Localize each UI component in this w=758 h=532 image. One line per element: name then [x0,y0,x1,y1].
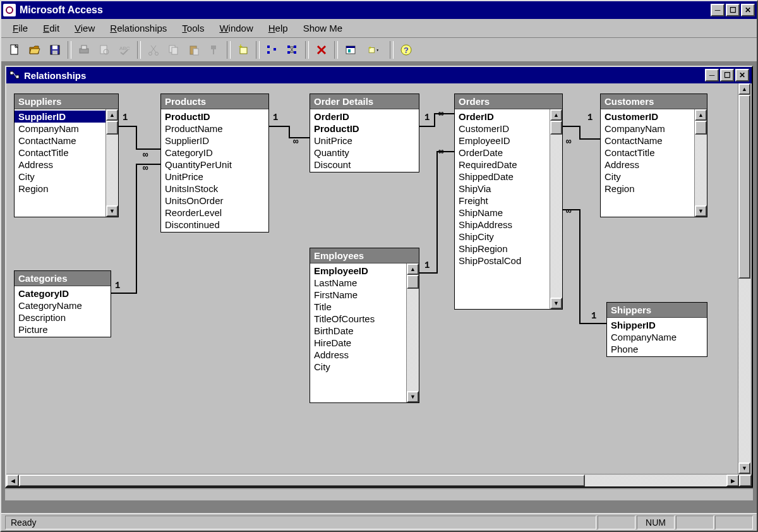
field-item[interactable]: ContactName [601,135,694,147]
new-icon[interactable] [5,40,24,59]
field-item[interactable]: Address [601,159,694,171]
field-item[interactable]: SupplierID [15,111,105,123]
field-item[interactable]: City [310,361,406,373]
maximize-button[interactable]: ☐ [726,4,740,16]
field-item[interactable]: UnitsInStock [161,183,268,195]
all-rel-icon[interactable] [283,40,302,59]
table-categories[interactable]: Categories CategoryIDCategoryNameDescrip… [14,270,111,337]
scrollbar[interactable]: ▲▼ [406,263,419,402]
close-button[interactable]: ✕ [741,4,755,16]
menu-relationships[interactable]: Relationships [104,21,173,35]
field-item[interactable]: Address [310,349,406,361]
field-item[interactable]: ShipRegion [455,243,550,255]
field-item[interactable]: CategoryID [161,147,268,159]
field-item[interactable]: ProductID [310,123,419,135]
spell-icon[interactable]: ABC [115,40,134,59]
minimize-button[interactable]: ─ [711,4,725,16]
table-header[interactable]: Order Details [310,94,419,109]
field-item[interactable]: QuantityPerUnit [161,159,268,171]
field-item[interactable]: Region [601,183,694,195]
menu-file[interactable]: File [6,21,34,35]
field-item[interactable]: CompanyNam [601,123,694,135]
field-item[interactable]: SupplierID [161,135,268,147]
direct-rel-icon[interactable] [263,40,282,59]
field-item[interactable]: Address [15,159,105,171]
field-item[interactable]: UnitPrice [161,171,268,183]
field-item[interactable]: CategoryName [15,299,111,311]
field-item[interactable]: Description [15,311,111,323]
field-item[interactable]: ContactTitle [15,147,105,159]
menu-window[interactable]: Window [213,21,259,35]
field-item[interactable]: ShipPostalCod [455,255,550,267]
menu-view[interactable]: View [68,21,101,35]
paste-icon[interactable] [184,40,203,59]
inner-hscrollbar[interactable]: ◀ ▶ [6,474,752,487]
field-item[interactable]: HireDate [310,337,406,349]
open-icon[interactable] [25,40,44,59]
menu-showme[interactable]: Show Me [297,21,349,35]
field-item[interactable]: EmployeeID [310,265,406,277]
table-header[interactable]: Products [161,94,268,109]
inner-vscrollbar[interactable]: ▲ ▼ [738,83,750,474]
copy-icon[interactable] [164,40,183,59]
table-header[interactable]: Shippers [607,303,707,318]
show-table-icon[interactable]: + [234,40,253,59]
field-item[interactable]: Region [15,183,105,195]
field-item[interactable]: UnitsOnOrder [161,195,268,207]
inner-minimize-button[interactable]: ─ [705,69,719,82]
preview-icon[interactable] [95,40,114,59]
field-item[interactable]: Freight [455,195,550,207]
new-object-icon[interactable]: ✦ [361,40,387,59]
field-item[interactable]: Quantity [310,147,419,159]
table-employees[interactable]: Employees EmployeeIDLastNameFirstNameTit… [310,248,419,403]
field-item[interactable]: LastName [310,277,406,289]
field-item[interactable]: City [15,171,105,183]
field-item[interactable]: Picture [15,323,111,336]
field-item[interactable]: RequiredDate [455,159,550,171]
db-window-icon[interactable] [341,40,360,59]
field-item[interactable]: ReorderLevel [161,207,268,219]
field-item[interactable]: ProductID [161,111,268,123]
field-item[interactable]: CompanyNam [15,123,105,135]
menu-edit[interactable]: Edit [37,21,66,35]
menu-help[interactable]: Help [262,21,294,35]
field-item[interactable]: ShipCity [455,231,550,243]
field-item[interactable]: Title [310,301,406,313]
field-item[interactable]: ShipperID [607,319,707,331]
format-painter-icon[interactable] [205,40,224,59]
field-item[interactable]: UnitPrice [310,135,419,147]
field-item[interactable]: Phone [607,343,707,355]
field-item[interactable]: EmployeeID [455,135,550,147]
table-header[interactable]: Customers [601,94,707,109]
field-item[interactable]: FirstName [310,289,406,301]
table-products[interactable]: Products ProductIDProductNameSupplierIDC… [160,94,269,233]
inner-maximize-button[interactable]: ☐ [720,69,734,82]
field-item[interactable]: TitleOfCourtes [310,313,406,325]
scrollbar[interactable]: ▲▼ [694,109,707,217]
table-suppliers[interactable]: Suppliers SupplierIDCompanyNamContactNam… [14,94,119,217]
print-icon[interactable] [75,40,93,59]
field-item[interactable]: ProductName [161,123,268,135]
scrollbar[interactable]: ▲▼ [550,109,562,309]
delete-icon[interactable] [312,40,331,59]
table-header[interactable]: Employees [310,248,419,263]
help-icon[interactable]: ? [397,40,416,59]
field-item[interactable]: CompanyName [607,331,707,343]
menu-tools[interactable]: Tools [176,21,210,35]
cut-icon[interactable] [144,40,163,59]
field-item[interactable]: ShippedDate [455,171,550,183]
field-item[interactable]: ShipName [455,207,550,219]
field-item[interactable]: ShipVia [455,183,550,195]
field-item[interactable]: ContactTitle [601,147,694,159]
field-item[interactable]: ContactName [15,135,105,147]
table-header[interactable]: Suppliers [15,94,118,109]
table-shippers[interactable]: Shippers ShipperIDCompanyNamePhone [606,302,707,357]
field-item[interactable]: City [601,171,694,183]
scrollbar[interactable]: ▲▼ [105,109,118,217]
field-item[interactable]: Discontinued [161,219,268,231]
field-item[interactable]: OrderDate [455,147,550,159]
table-order-details[interactable]: Order Details OrderIDProductIDUnitPriceQ… [310,94,419,172]
field-item[interactable]: CategoryID [15,287,111,299]
save-icon[interactable] [45,40,64,59]
field-item[interactable]: ShipAddress [455,219,550,231]
